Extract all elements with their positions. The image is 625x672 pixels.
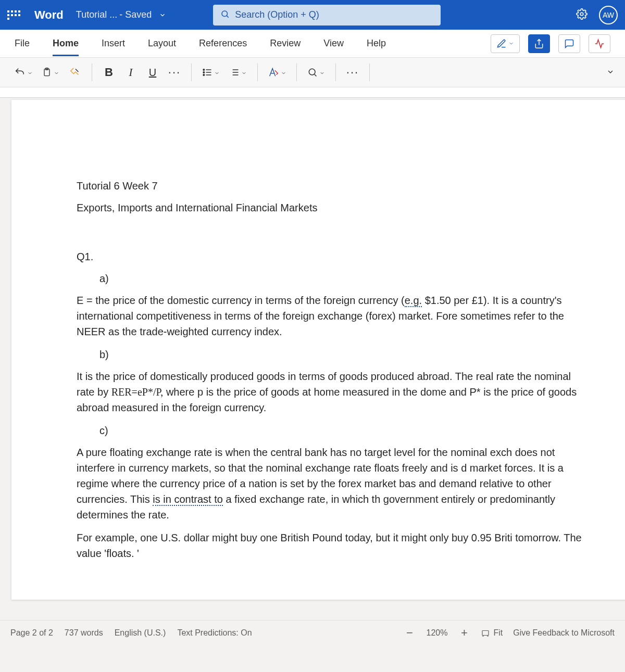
- feedback-link[interactable]: Give Feedback to Microsoft: [513, 628, 615, 638]
- more-font-button[interactable]: ···: [164, 61, 185, 84]
- doc-c: c): [77, 423, 582, 438]
- settings-icon[interactable]: [576, 8, 588, 21]
- page-indicator[interactable]: Page 2 of 2: [10, 628, 53, 638]
- comments-button[interactable]: [558, 34, 580, 53]
- svg-rect-21: [482, 631, 489, 636]
- search-icon: [220, 9, 230, 20]
- ribbon-toolbar: B I U ··· ···: [0, 58, 625, 87]
- undo-button[interactable]: [10, 61, 36, 84]
- italic-button[interactable]: I: [120, 61, 141, 84]
- svg-point-10: [203, 74, 205, 76]
- status-bar: Page 2 of 2 737 words English (U.S.) Tex…: [0, 620, 625, 645]
- spell-error[interactable]: eP: [138, 386, 148, 398]
- numbering-button[interactable]: [225, 61, 251, 84]
- spell-suggestion[interactable]: e.g.: [405, 295, 422, 307]
- doc-a: a): [77, 271, 582, 286]
- find-button[interactable]: [303, 61, 329, 84]
- title-dropdown[interactable]: [159, 11, 166, 19]
- tab-references[interactable]: References: [199, 31, 247, 56]
- svg-point-8: [203, 72, 205, 73]
- app-launcher-icon[interactable]: [7, 10, 22, 20]
- tab-view[interactable]: View: [323, 31, 344, 56]
- tab-file[interactable]: File: [15, 31, 30, 56]
- bold-button[interactable]: B: [98, 61, 119, 84]
- tab-layout[interactable]: Layout: [148, 31, 176, 56]
- fit-button[interactable]: Fit: [481, 628, 503, 638]
- document-canvas: Tutorial 6 Week 7 Exports, Imports and I…: [0, 87, 625, 645]
- zoom-out-button[interactable]: −: [404, 626, 416, 640]
- styles-button[interactable]: [264, 61, 290, 84]
- spell-suggestion[interactable]: is in contrast to: [153, 493, 223, 506]
- search-input[interactable]: [235, 9, 433, 20]
- tab-insert[interactable]: Insert: [102, 31, 125, 56]
- zoom-in-button[interactable]: +: [458, 626, 470, 640]
- user-avatar[interactable]: AW: [599, 6, 618, 24]
- editing-mode-button[interactable]: [491, 34, 520, 53]
- zoom-level[interactable]: 120%: [427, 628, 448, 638]
- language-indicator[interactable]: English (U.S.): [115, 628, 166, 638]
- document-page[interactable]: Tutorial 6 Week 7 Exports, Imports and I…: [11, 100, 625, 600]
- save-status: - Saved: [119, 9, 152, 20]
- doc-b: b): [77, 347, 582, 362]
- text-predictions[interactable]: Text Predictions: On: [177, 628, 252, 638]
- tab-review[interactable]: Review: [270, 31, 301, 56]
- doc-para-b: It is the price of domestically produced…: [77, 369, 582, 415]
- activity-button[interactable]: [589, 34, 610, 53]
- app-name: Word: [34, 8, 64, 22]
- search-box[interactable]: [213, 5, 441, 26]
- format-painter-button[interactable]: [65, 61, 85, 84]
- svg-line-20: [315, 74, 317, 77]
- doc-para-c: A pure floating exchange rate is when th…: [77, 445, 582, 523]
- ribbon-tabs: File Home Insert Layout References Revie…: [0, 30, 625, 58]
- svg-line-1: [227, 16, 229, 17]
- doc-q1: Q1.: [77, 249, 582, 264]
- underline-button[interactable]: U: [142, 61, 163, 84]
- bullets-button[interactable]: [198, 61, 224, 84]
- doc-para-d: For example, one U.S. dollar might buy o…: [77, 530, 582, 561]
- collapse-ribbon-icon[interactable]: [606, 68, 615, 78]
- more-commands-button[interactable]: ···: [342, 61, 363, 84]
- tab-home[interactable]: Home: [53, 31, 79, 56]
- paste-button[interactable]: [38, 61, 64, 84]
- word-count[interactable]: 737 words: [65, 628, 103, 638]
- ruler: [0, 87, 625, 98]
- svg-point-2: [580, 12, 583, 16]
- svg-point-6: [203, 69, 205, 71]
- svg-point-19: [309, 69, 315, 75]
- document-name[interactable]: Tutorial ...: [76, 9, 117, 20]
- svg-point-0: [222, 11, 228, 17]
- doc-para-a: E = the price of the domestic currency i…: [77, 293, 582, 339]
- doc-heading-1: Tutorial 6 Week 7: [77, 178, 582, 194]
- doc-heading-2: Exports, Imports and International Finan…: [77, 200, 582, 215]
- share-button[interactable]: [528, 34, 550, 53]
- tab-help[interactable]: Help: [367, 31, 386, 56]
- title-bar: Word Tutorial ... - Saved AW: [0, 0, 625, 30]
